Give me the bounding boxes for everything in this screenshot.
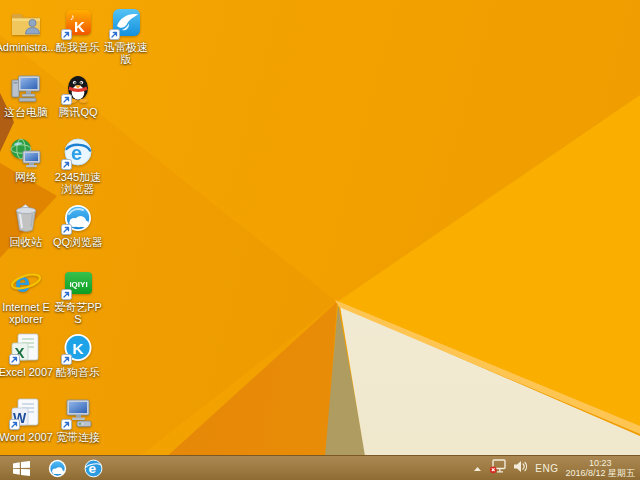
icon-label: 腾讯QQ [58,106,97,118]
word-icon: W [9,396,43,430]
svg-text:e: e [15,268,30,298]
svg-text:K: K [74,18,85,35]
qq-browser-icon [47,458,68,479]
desktop-icon-internet-explorer[interactable]: e Internet Explorer [0,266,52,325]
clock-date: 2016/8/12 星期五 [565,468,635,479]
user-folder-icon [9,6,43,40]
start-button[interactable] [6,456,36,480]
network-status-button[interactable] [489,459,506,478]
chevron-up-icon [473,465,482,473]
language-indicator[interactable]: ENG [535,463,558,474]
taskbar-internet-explorer-button[interactable]: e [78,456,108,480]
icon-label: 酷狗音乐 [56,366,100,378]
icon-label: 回收站 [10,236,43,248]
icon-label: 2345加速浏览器 [52,171,104,195]
desktop-icon-qq-browser[interactable]: QQ浏览器 [52,201,104,248]
desktop-icon-iqiyi-pps[interactable]: iQIYI 爱奇艺PPS [52,266,104,325]
desktop-icon-tencent-qq[interactable]: 腾讯QQ [52,71,104,118]
recycle-bin-icon [9,201,43,235]
icon-label: 宽带连接 [56,431,100,443]
icon-label: Internet Explorer [0,301,52,325]
desktop-icon-this-pc[interactable]: 这台电脑 [0,71,52,118]
clock[interactable]: 10:23 2016/8/12 星期五 [565,458,635,479]
icon-label: Administra... [0,41,57,53]
icon-label: QQ浏览器 [53,236,103,248]
desktop-icon-word-2007[interactable]: W Word 2007 [0,396,52,443]
svg-text:iQIYI: iQIYI [69,280,87,289]
desktop-icon-recycle-bin[interactable]: 回收站 [0,201,52,248]
2345-browser-e-icon: e [61,136,95,170]
desktop-icon-kuwo-music[interactable]: ♪ K 酷我音乐 [52,6,104,53]
network-disconnected-icon [489,459,506,474]
icon-label: 酷我音乐 [56,41,100,53]
iqiyi-icon: iQIYI [61,266,95,300]
internet-explorer-icon: e [83,458,104,479]
taskbar-qq-browser-button[interactable] [42,456,72,480]
windows-desktop: Administra... ♪ K 酷我音乐 迅雷极速版 [0,0,640,480]
kugou-music-icon: K [61,331,95,365]
excel-icon: X [9,331,43,365]
computer-icon [9,71,43,105]
desktop-icon-administrator[interactable]: Administra... [0,6,52,53]
svg-text:K: K [72,340,84,357]
speaker-icon [513,460,528,473]
desktop-icon-kugou-music[interactable]: K 酷狗音乐 [52,331,104,378]
icon-label: 这台电脑 [4,106,48,118]
desktop-icon-2345-browser[interactable]: e 2345加速浏览器 [52,136,104,195]
qq-browser-icon [61,201,95,235]
windows-logo-icon [13,461,30,476]
icon-label: 迅雷极速版 [100,41,152,65]
desktop-icon-excel-2007[interactable]: X Excel 2007 [0,331,52,378]
icon-label: Excel 2007 [0,366,53,378]
kuwo-music-icon: ♪ K [61,6,95,40]
icon-label: Word 2007 [0,431,53,443]
desktop-icon-broadband[interactable]: 宽带连接 [52,396,104,443]
desktop-icon-xunlei[interactable]: 迅雷极速版 [100,6,152,65]
icon-label: 网络 [15,171,37,183]
icon-label: 爱奇艺PPS [52,301,104,325]
volume-button[interactable] [513,459,528,477]
show-hidden-icons-button[interactable] [473,459,482,477]
desktop-icon-network[interactable]: 网络 [0,136,52,183]
qq-penguin-icon [61,71,95,105]
clock-time: 10:23 [565,458,635,469]
network-globe-icon [9,136,43,170]
xunlei-bird-icon [109,6,143,40]
internet-explorer-icon: e [9,266,43,300]
broadband-connection-icon [61,396,95,430]
taskbar: e [0,455,640,480]
